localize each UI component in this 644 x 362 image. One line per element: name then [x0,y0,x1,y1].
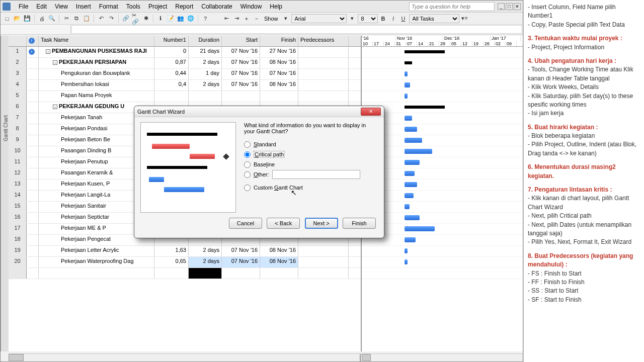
gantt-task-bar[interactable] [405,215,420,220]
radio-custom[interactable] [244,185,251,191]
table-row[interactable]: 2-PEKERJAAN PERSIAPAN0,872 days07 Nov '1… [9,58,361,69]
close-button[interactable]: ✕ [514,3,521,10]
undo-icon[interactable]: ↶ [97,14,106,23]
paste-icon[interactable]: 📋 [82,14,91,23]
finish-button[interactable]: Finish [343,218,376,229]
view-bar-tab[interactable]: Gantt Chart [1,36,9,351]
back-button[interactable]: < Back [267,218,300,229]
help-search-input[interactable] [409,2,495,11]
table-row[interactable]: 1i-PEMBANGUNAN PUSKESMAS RAJI021 days07 … [9,47,361,58]
horizontal-scrollbar[interactable] [9,353,523,361]
dropdown-icon[interactable]: ▾ [281,14,290,23]
unlink-icon[interactable]: ✂🔗 [131,14,140,23]
new-icon[interactable]: □ [3,14,12,23]
radio-standard[interactable] [244,141,251,148]
redo-icon[interactable]: ↷ [107,14,116,23]
menu-report[interactable]: Report [171,2,197,11]
gantt-task-bar[interactable] [405,94,408,99]
minimize-button[interactable]: _ [498,3,505,10]
font-size-select[interactable]: 8 [358,14,378,23]
dropdown-icon[interactable]: ▾ [348,14,357,23]
menu-insert[interactable]: Insert [72,2,95,11]
table-row[interactable]: 3Pengukuran dan Bouwplank0,441 day07 Nov… [9,69,361,80]
help-icon[interactable]: ? [201,14,210,23]
gantt-task-bar[interactable] [405,204,410,209]
gantt-task-bar[interactable] [405,82,410,87]
gantt-task-bar[interactable] [405,160,420,165]
menu-format[interactable]: Format [95,2,122,11]
menu-tools[interactable]: Tools [122,2,144,11]
open-icon[interactable]: 📂 [13,14,22,23]
col-info-header[interactable]: i [27,36,39,46]
radio-other[interactable] [244,171,251,178]
menu-collaborate[interactable]: Collaborate [197,2,236,11]
gantt-task-bar[interactable] [405,116,412,121]
scroll-thumb[interactable] [9,354,24,361]
menu-project[interactable]: Project [144,2,171,11]
label-baseline[interactable]: Baseline [254,161,275,167]
dialog-close-button[interactable]: ✕ [361,108,381,116]
next-button[interactable]: Next > [305,218,338,229]
notes-icon[interactable]: 📝 [166,14,175,23]
gantt-task-bar[interactable] [405,248,408,253]
menu-edit[interactable]: Edit [32,2,51,11]
autofilter-icon[interactable]: ▾= [460,14,469,23]
filter-select[interactable]: All Tasks [409,14,459,23]
cancel-button[interactable]: Cancel [229,218,262,229]
col-start-header[interactable]: Start [222,36,260,46]
label-custom[interactable]: Custom Gantt Chart [254,185,303,191]
menu-window[interactable]: Window [236,2,266,11]
outline-toggle-icon[interactable]: - [53,60,57,65]
publish-icon[interactable]: 🌐 [186,14,195,23]
table-row[interactable]: 4Pembersihan lokasi0,42 days07 Nov '1608… [9,80,361,91]
gantt-summary-bar[interactable] [405,61,412,64]
gantt-task-bar[interactable] [405,226,435,231]
print-icon[interactable]: 🖨 [37,14,46,23]
gantt-task-bar[interactable] [405,237,416,242]
entry-field[interactable] [71,25,522,34]
label-critical-path[interactable]: Critical path [254,151,285,158]
show-sub-icon[interactable]: + [242,14,251,23]
scroll-thumb[interactable] [362,354,371,361]
menu-file[interactable]: File [15,2,32,11]
assign-icon[interactable]: 👥 [176,14,185,23]
bold-icon[interactable]: B [379,14,388,23]
indent-icon[interactable]: ⇥ [232,14,241,23]
gantt-chart[interactable]: '16Nov '16Dec '16Jan '17 101724310714212… [361,36,523,351]
underline-icon[interactable]: U [399,14,408,23]
restore-button[interactable]: □ [506,3,513,10]
italic-icon[interactable]: I [389,14,398,23]
cut-icon[interactable]: ✂ [62,14,71,23]
table-row[interactable]: 19Pekerjaan Letter Acrylic1,632 days07 N… [9,246,361,257]
link-icon[interactable]: 🔗 [121,14,130,23]
split-icon[interactable]: ✱ [141,14,150,23]
table-row[interactable]: 5Papan Nama Proyek [9,91,361,102]
col-finish-header[interactable]: Finish [260,36,298,46]
outdent-icon[interactable]: ⇤ [222,14,231,23]
gantt-task-bar[interactable] [405,138,422,143]
hide-sub-icon[interactable]: − [252,14,261,23]
label-other[interactable]: Other: [254,171,269,177]
gantt-task-bar[interactable] [405,171,415,176]
gantt-summary-bar[interactable] [405,50,445,53]
outline-toggle-icon[interactable]: - [46,49,50,54]
other-combo[interactable] [272,170,360,179]
dialog-titlebar[interactable]: Gantt Chart Wizard ✕ [134,106,384,117]
col-duration-header[interactable]: Duration [189,36,222,46]
save-icon[interactable]: 💾 [23,14,32,23]
gantt-task-bar[interactable] [405,182,417,187]
info-icon[interactable]: ℹ [156,14,165,23]
menu-view[interactable]: View [51,2,72,11]
col-task-header[interactable]: Task Name [39,36,154,46]
gantt-task-bar[interactable] [405,193,414,198]
radio-baseline[interactable] [244,161,251,168]
radio-critical-path[interactable] [244,151,251,158]
print-preview-icon[interactable]: 🔍 [47,14,56,23]
gantt-task-bar[interactable] [405,149,432,154]
gantt-task-bar[interactable] [405,71,408,76]
menu-help[interactable]: Help [266,2,286,11]
label-standard[interactable]: Standard [254,141,276,147]
gantt-task-bar[interactable] [405,259,408,264]
help-search-box[interactable] [409,2,495,11]
col-predecessors-header[interactable]: Predecessors [298,36,349,46]
